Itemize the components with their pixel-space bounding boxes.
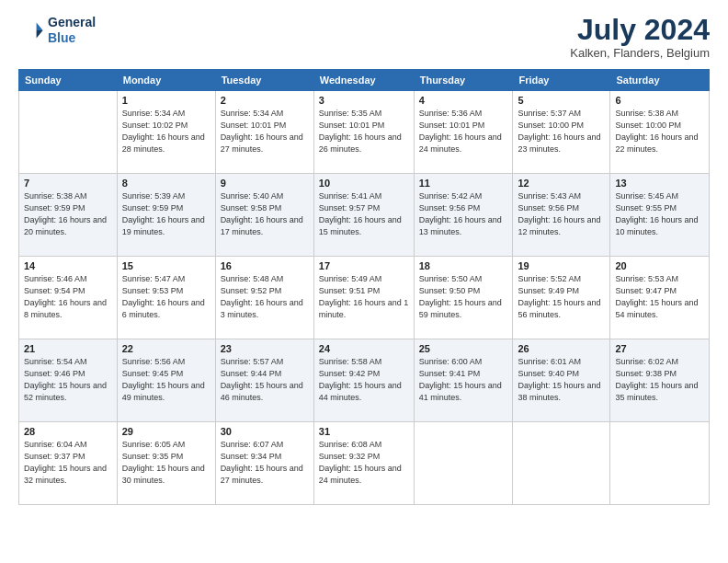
day-cell: 21Sunrise: 5:54 AMSunset: 9:46 PMDayligh… [19,339,118,422]
day-info: Sunrise: 5:43 AMSunset: 9:56 PMDaylight:… [518,190,605,238]
day-info: Sunrise: 5:34 AMSunset: 10:02 PMDaylight… [122,108,210,155]
day-number: 22 [122,343,210,354]
svg-marker-0 [37,22,43,29]
day-info: Sunrise: 5:40 AMSunset: 9:58 PMDaylight:… [221,190,309,238]
day-info: Sunrise: 5:58 AMSunset: 9:42 PMDaylight:… [319,356,409,404]
day-number: 30 [221,426,309,437]
day-cell: 26Sunrise: 6:01 AMSunset: 9:40 PMDayligh… [513,339,610,422]
day-cell: 14Sunrise: 5:46 AMSunset: 9:54 PMDayligh… [19,257,118,339]
week-row-2: 7Sunrise: 5:38 AMSunset: 9:59 PMDaylight… [19,174,710,257]
day-cell: 4Sunrise: 5:36 AMSunset: 10:01 PMDayligh… [414,91,513,174]
day-cell: 20Sunrise: 5:53 AMSunset: 9:47 PMDayligh… [610,257,710,339]
day-cell [610,422,710,505]
day-info: Sunrise: 5:47 AMSunset: 9:53 PMDaylight:… [122,273,210,321]
day-info: Sunrise: 5:41 AMSunset: 9:57 PMDaylight:… [319,190,409,238]
svg-marker-1 [37,30,43,38]
col-header-saturday: Saturday [610,70,710,91]
day-info: Sunrise: 5:38 AMSunset: 10:00 PMDaylight… [615,108,704,155]
day-info: Sunrise: 6:08 AMSunset: 9:32 PMDaylight:… [319,439,409,487]
day-number: 18 [419,260,508,271]
day-number: 11 [419,178,508,189]
day-cell [19,91,118,174]
day-cell: 27Sunrise: 6:02 AMSunset: 9:38 PMDayligh… [610,339,710,422]
day-info: Sunrise: 5:49 AMSunset: 9:51 PMDaylight:… [319,273,409,321]
day-cell: 7Sunrise: 5:38 AMSunset: 9:59 PMDaylight… [19,174,118,257]
day-number: 20 [615,260,704,271]
day-number: 8 [122,178,210,189]
day-number: 19 [518,260,605,271]
day-info: Sunrise: 5:36 AMSunset: 10:01 PMDaylight… [419,108,508,155]
day-cell: 22Sunrise: 5:56 AMSunset: 9:45 PMDayligh… [117,339,215,422]
page: General Blue July 2024 Kalken, Flanders,… [0,0,728,563]
day-number: 17 [319,260,409,271]
col-header-sunday: Sunday [19,70,118,91]
day-cell: 1Sunrise: 5:34 AMSunset: 10:02 PMDayligh… [117,91,215,174]
day-cell: 13Sunrise: 5:45 AMSunset: 9:55 PMDayligh… [610,174,710,257]
header: General Blue July 2024 Kalken, Flanders,… [18,15,710,60]
day-info: Sunrise: 6:04 AMSunset: 9:37 PMDaylight:… [24,439,112,487]
day-info: Sunrise: 5:54 AMSunset: 9:46 PMDaylight:… [24,356,112,404]
day-number: 26 [518,343,605,354]
day-cell: 28Sunrise: 6:04 AMSunset: 9:37 PMDayligh… [19,422,118,505]
month-title: July 2024 [570,15,710,44]
day-number: 1 [122,95,210,106]
col-header-tuesday: Tuesday [215,70,313,91]
day-number: 2 [221,95,309,106]
day-cell: 19Sunrise: 5:52 AMSunset: 9:49 PMDayligh… [513,257,610,339]
day-info: Sunrise: 6:02 AMSunset: 9:38 PMDaylight:… [615,356,704,404]
day-cell: 25Sunrise: 6:00 AMSunset: 9:41 PMDayligh… [414,339,513,422]
day-cell [513,422,610,505]
title-section: July 2024 Kalken, Flanders, Belgium [570,15,710,60]
day-cell: 24Sunrise: 5:58 AMSunset: 9:42 PMDayligh… [313,339,414,422]
day-number: 16 [221,260,309,271]
day-number: 24 [319,343,409,354]
day-number: 23 [221,343,309,354]
col-header-monday: Monday [117,70,215,91]
day-cell: 31Sunrise: 6:08 AMSunset: 9:32 PMDayligh… [313,422,414,505]
day-info: Sunrise: 6:05 AMSunset: 9:35 PMDaylight:… [122,439,210,487]
day-info: Sunrise: 5:52 AMSunset: 9:49 PMDaylight:… [518,273,605,321]
day-info: Sunrise: 6:00 AMSunset: 9:41 PMDaylight:… [419,356,508,404]
day-info: Sunrise: 5:48 AMSunset: 9:52 PMDaylight:… [221,273,309,321]
header-row: SundayMondayTuesdayWednesdayThursdayFrid… [19,70,710,91]
day-info: Sunrise: 5:56 AMSunset: 9:45 PMDaylight:… [122,356,210,404]
week-row-3: 14Sunrise: 5:46 AMSunset: 9:54 PMDayligh… [19,257,710,339]
day-cell: 5Sunrise: 5:37 AMSunset: 10:00 PMDayligh… [513,91,610,174]
day-info: Sunrise: 6:01 AMSunset: 9:40 PMDaylight:… [518,356,605,404]
day-number: 13 [615,178,704,189]
day-number: 15 [122,260,210,271]
calendar-table: SundayMondayTuesdayWednesdayThursdayFrid… [18,69,710,505]
day-cell: 15Sunrise: 5:47 AMSunset: 9:53 PMDayligh… [117,257,215,339]
day-number: 3 [319,95,409,106]
location: Kalken, Flanders, Belgium [570,46,710,60]
day-info: Sunrise: 5:37 AMSunset: 10:00 PMDaylight… [518,108,605,155]
day-info: Sunrise: 5:42 AMSunset: 9:56 PMDaylight:… [419,190,508,238]
col-header-thursday: Thursday [414,70,513,91]
day-number: 6 [615,95,704,106]
day-number: 9 [221,178,309,189]
day-info: Sunrise: 5:57 AMSunset: 9:44 PMDaylight:… [221,356,309,404]
day-number: 31 [319,426,409,437]
day-number: 28 [24,426,112,437]
day-cell [414,422,513,505]
day-info: Sunrise: 6:07 AMSunset: 9:34 PMDaylight:… [221,439,309,487]
day-info: Sunrise: 5:35 AMSunset: 10:01 PMDaylight… [319,108,409,155]
day-cell: 17Sunrise: 5:49 AMSunset: 9:51 PMDayligh… [313,257,414,339]
logo-blue: Blue [48,30,96,46]
day-info: Sunrise: 5:45 AMSunset: 9:55 PMDaylight:… [615,190,704,238]
day-number: 4 [419,95,508,106]
day-cell: 29Sunrise: 6:05 AMSunset: 9:35 PMDayligh… [117,422,215,505]
day-info: Sunrise: 5:53 AMSunset: 9:47 PMDaylight:… [615,273,704,321]
day-number: 21 [24,343,112,354]
logo: General Blue [18,15,96,46]
day-number: 29 [122,426,210,437]
day-cell: 10Sunrise: 5:41 AMSunset: 9:57 PMDayligh… [313,174,414,257]
day-number: 10 [319,178,409,189]
logo-general: General [48,15,96,30]
day-info: Sunrise: 5:46 AMSunset: 9:54 PMDaylight:… [24,273,112,321]
day-number: 7 [24,178,112,189]
day-number: 5 [518,95,605,106]
day-number: 25 [419,343,508,354]
day-cell: 30Sunrise: 6:07 AMSunset: 9:34 PMDayligh… [215,422,313,505]
day-number: 12 [518,178,605,189]
